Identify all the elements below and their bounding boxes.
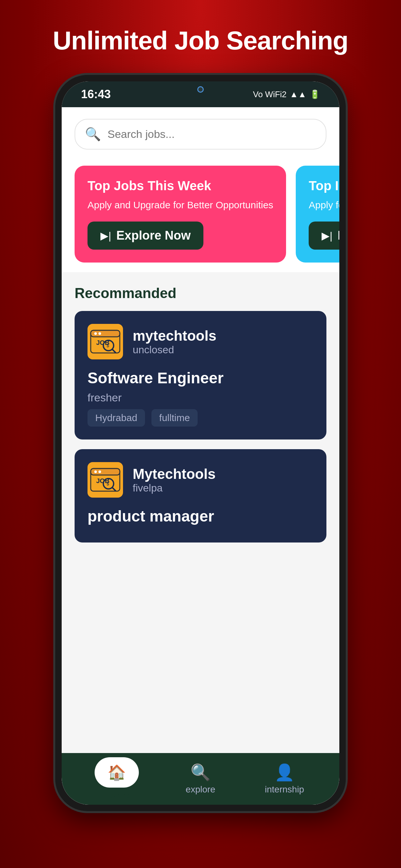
content-area: 🔍 Top Jobs This Week Apply and Upgrade f…: [62, 107, 339, 753]
company-status-2: fivelpa: [133, 482, 216, 494]
job-logo-svg-2: JOB $: [89, 464, 121, 496]
signal-icon: ▲▲: [290, 89, 306, 99]
search-container: 🔍: [62, 107, 339, 159]
company-logo-1: JOB $: [88, 324, 123, 360]
cards-row: Top Jobs This Week Apply and Upgrade for…: [62, 159, 339, 272]
job-tags-1: Hydrabad fulltime: [88, 409, 313, 427]
explore-internship-label: Ex...: [338, 228, 339, 243]
svg-point-2: [94, 332, 97, 335]
company-name-2: Mytechtools: [133, 466, 216, 482]
recommended-section: Recommanded JOB: [62, 272, 339, 753]
home-nav-pill[interactable]: 🏠: [95, 757, 139, 787]
job-title-1: Software Engineer: [88, 369, 313, 387]
explore-nav-label: explore: [186, 784, 215, 795]
phone-wrapper: 16:43 Vo WiFi2 ▲▲ 🔋 🔍 Top Jobs This Wee: [55, 75, 346, 811]
explore-now-label: Explore Now: [116, 228, 190, 243]
phone-notch: [168, 82, 233, 97]
top-jobs-card[interactable]: Top Jobs This Week Apply and Upgrade for…: [74, 166, 286, 262]
status-icons: Vo WiFi2 ▲▲ 🔋: [253, 89, 320, 99]
job-card-2[interactable]: JOB $ Mytechtools fivelpa product manage…: [74, 449, 327, 542]
svg-point-10: [94, 470, 97, 473]
internship-nav-label: internship: [265, 784, 304, 795]
nav-item-explore[interactable]: 🔍 explore: [175, 763, 226, 795]
top-jobs-desc: Apply and Upgrade for Better Opportuniti…: [88, 198, 273, 212]
play-icon: ▶|: [100, 229, 111, 242]
search-bar[interactable]: 🔍: [74, 119, 327, 150]
top-internship-title: Top Inte...: [309, 179, 339, 193]
nav-item-internship[interactable]: 👤 internship: [258, 763, 310, 795]
job-logo-svg-1: JOB $: [89, 326, 121, 358]
home-icon: 🏠: [107, 764, 126, 781]
nav-item-home[interactable]: 🏠 Home: [91, 757, 143, 801]
play-icon-2: ▶|: [321, 229, 332, 242]
company-info-1: mytechtools unclosed: [133, 328, 216, 356]
explore-icon: 🔍: [190, 763, 211, 782]
svg-point-11: [98, 470, 101, 473]
company-status-1: unclosed: [133, 344, 216, 356]
company-name-1: mytechtools: [133, 328, 216, 344]
job-tag-location-1: Hydrabad: [88, 409, 145, 427]
job-tag-type-1: fulltime: [151, 409, 197, 427]
battery-icon: 🔋: [310, 89, 320, 99]
home-nav-label: Home: [104, 790, 129, 801]
svg-point-3: [98, 332, 101, 335]
svg-text:$: $: [106, 481, 109, 486]
company-info-2: Mytechtools fivelpa: [133, 466, 216, 494]
wifi-icon: Vo WiFi2: [253, 89, 287, 99]
search-icon: 🔍: [85, 127, 101, 142]
job-title-2: product manager: [88, 507, 313, 525]
status-time: 16:43: [81, 88, 111, 101]
svg-text:$: $: [106, 343, 109, 348]
internship-icon: 👤: [274, 763, 295, 782]
job-level-1: fresher: [88, 392, 313, 404]
explore-internship-button[interactable]: ▶| Ex...: [309, 221, 339, 250]
job-card-1-header: JOB $ mytechtools unclosed: [88, 324, 313, 360]
explore-now-button[interactable]: ▶| Explore Now: [88, 221, 204, 250]
bottom-nav: 🏠 Home 🔍 explore 👤 internship: [62, 753, 339, 805]
job-card-1[interactable]: JOB $ mytechtools unclosed Software Engi…: [74, 311, 327, 439]
page-title: Unlimited Job Searching: [53, 26, 348, 56]
recommended-title: Recommanded: [74, 285, 327, 301]
job-card-2-header: JOB $ Mytechtools fivelpa: [88, 462, 313, 498]
top-internship-desc: Apply for Better Op...: [309, 198, 339, 212]
company-logo-2: JOB $: [88, 462, 123, 498]
top-internship-card[interactable]: Top Inte... Apply for Better Op... ▶| Ex…: [296, 166, 339, 262]
top-jobs-title: Top Jobs This Week: [88, 179, 273, 193]
camera-dot: [197, 86, 204, 93]
search-input[interactable]: [107, 128, 316, 141]
phone-screen: 16:43 Vo WiFi2 ▲▲ 🔋 🔍 Top Jobs This Wee: [62, 82, 339, 805]
